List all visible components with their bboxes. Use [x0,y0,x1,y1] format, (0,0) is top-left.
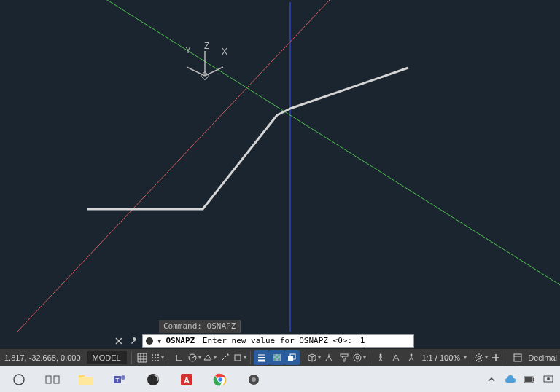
scale-readout[interactable]: 1:1 / 100% [419,353,463,362]
svg-rect-18 [235,355,241,361]
svg-point-7 [152,354,153,356]
svg-rect-64 [525,377,532,382]
snap-icon[interactable]: ▾ [149,350,165,365]
teams-icon[interactable]: T [104,368,136,391]
tray-chevron-icon[interactable] [484,372,499,387]
obs-icon[interactable] [137,368,169,391]
svg-rect-31 [341,354,348,356]
windows-taskbar: T A [0,366,560,392]
svg-point-8 [155,354,156,356]
svg-text:A: A [184,376,190,385]
ucs-y-label: Y [185,45,191,55]
svg-point-34 [380,353,382,356]
svg-rect-27 [278,358,280,361]
3dosnap-icon[interactable]: ▾ [306,350,322,365]
task-view-icon[interactable] [36,368,69,391]
wrench-icon[interactable] [128,335,139,347]
command-input[interactable]: ▼ OSNAPZ Enter new value for OSNAPZ <0>:… [142,334,414,348]
svg-point-36 [478,356,481,359]
walk-icon[interactable] [373,350,389,365]
lineweight-icon[interactable] [254,350,269,365]
dynamic-ucs-icon[interactable] [322,350,337,365]
svg-point-15 [158,360,159,361]
svg-line-42 [481,359,482,361]
svg-point-47 [14,375,24,385]
command-name: OSNAPZ [166,336,195,346]
svg-rect-26 [273,358,276,361]
model-space-button[interactable]: MODEL [87,351,127,364]
tray-battery-icon[interactable] [522,372,537,387]
gear-icon[interactable]: ▾ [473,350,489,365]
svg-point-14 [155,360,156,361]
svg-line-41 [476,355,478,356]
autosnap-icon[interactable] [217,350,233,365]
units-readout[interactable]: Decimal [525,353,560,362]
command-value: 1 [360,336,365,346]
drawing-canvas[interactable]: Y Z X Command: OSNAPZ [0,0,560,334]
ortho-icon[interactable] [171,350,187,365]
svg-rect-63 [533,378,534,381]
polar-icon[interactable]: ▾ [187,350,202,365]
svg-rect-50 [79,377,93,385]
isodraft-icon[interactable]: ▾ [202,350,217,365]
status-bar: 1.817, -32.668, 0.000 MODEL ▾ ▾ ▾ ▾ ▾ ▾ [0,348,560,366]
svg-point-11 [155,357,156,358]
svg-point-33 [356,356,359,359]
command-prompt-text: Enter new value for OSNAPZ <0>: [203,336,352,346]
svg-point-66 [547,377,550,380]
svg-point-12 [158,357,159,358]
command-line-row: ▼ OSNAPZ Enter new value for OSNAPZ <0>:… [0,334,560,348]
svg-rect-25 [276,356,278,358]
tray-gpu-icon[interactable] [541,372,556,387]
close-icon[interactable] [113,335,125,347]
grid-icon[interactable] [135,350,150,365]
selection-filter-icon[interactable] [336,350,351,365]
svg-rect-49 [54,376,59,383]
selection-cycling-icon[interactable] [284,350,300,365]
cortana-icon[interactable] [3,368,35,391]
svg-point-53 [121,375,125,380]
svg-point-35 [411,353,413,356]
ucs-x-label: X [222,47,228,57]
app-icon[interactable] [238,368,270,391]
text-cursor [367,337,368,345]
quickprops-icon[interactable] [510,350,525,365]
tray-cloud-icon[interactable] [503,372,518,387]
command-prompt-icon [146,337,153,345]
svg-rect-48 [46,376,51,383]
annotation-icon[interactable] [389,350,404,365]
autocad-icon[interactable]: A [171,368,203,391]
coordinates-readout[interactable]: 1.817, -32.668, 0.000 [0,353,85,362]
svg-text:T: T [116,377,120,383]
ucs-icon [179,45,560,334]
gizmo-icon[interactable]: ▾ [351,350,367,365]
svg-line-43 [476,359,478,361]
osnap-icon[interactable]: ▾ [233,350,248,365]
svg-rect-45 [514,354,521,361]
svg-rect-24 [278,354,280,356]
plus-icon[interactable] [489,350,504,365]
svg-point-32 [354,354,361,361]
svg-rect-23 [273,354,276,356]
svg-point-9 [158,354,159,356]
svg-line-44 [481,355,482,356]
chrome-icon[interactable] [204,368,236,391]
svg-point-13 [152,360,153,361]
svg-point-10 [152,357,153,358]
command-history-line: Command: OSNAPZ [159,320,241,333]
annotation-scale-icon[interactable] [404,350,419,365]
svg-point-61 [252,377,256,382]
file-explorer-icon[interactable] [70,368,102,391]
transparency-icon[interactable] [269,350,284,365]
dropdown-icon[interactable]: ▼ [158,336,161,346]
ucs-z-label: Z [204,41,209,51]
